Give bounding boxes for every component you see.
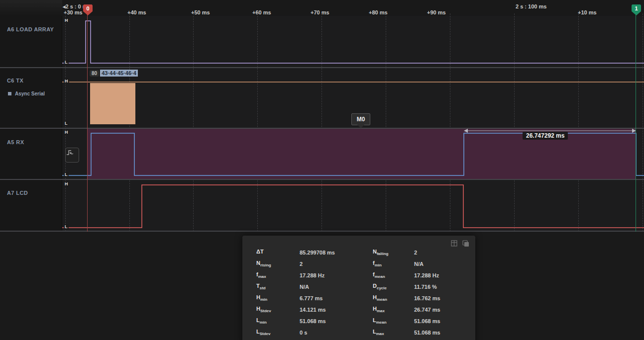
timing-marker-0-line — [87, 15, 88, 232]
timeline-segment-label: 2 s : 100 ms — [516, 3, 546, 9]
timeline-tick: +60 ms — [252, 9, 271, 15]
measurement-rows: ΔT 85.299708 ms Nfalling 2 Nrising 2 fmi… — [242, 247, 475, 338]
measurement-label: Tstd — [256, 283, 300, 290]
level-low-label: L — [64, 224, 69, 229]
measurement-value: 16.762 ms — [414, 295, 475, 301]
a6-waveform — [62, 16, 644, 67]
jump-to-edge-button[interactable] — [65, 148, 79, 163]
waveform-row-a5[interactable]: 26.747292 ms — [62, 129, 644, 179]
measurement-row: Hmin 6.777 ms Hmean 16.762 ms — [242, 292, 475, 304]
measurement-label: fmax — [256, 271, 300, 279]
measurement-row: fmax 17.288 Hz fmean 17.288 Hz — [242, 269, 475, 281]
measurement-value: N/A — [414, 261, 475, 267]
measurement-label: Nfalling — [373, 249, 414, 256]
measurement-label: ΔT — [256, 249, 300, 256]
measurement-label: Nrising — [256, 260, 300, 267]
channel-label-a7[interactable]: A7 LCD — [7, 190, 28, 196]
measurement-label: Hmax — [373, 306, 414, 313]
pulse-width-measurement: 26.747292 ms — [523, 132, 568, 140]
measurement-row: LStdev 0 s Lmax 51.068 ms — [242, 327, 475, 338]
measurement-marker-m0[interactable]: M0 — [351, 113, 370, 125]
channel-label-c6[interactable]: C6 TX — [7, 78, 23, 84]
measurement-value: 2 — [300, 261, 373, 267]
measurement-row: Nrising 2 fmin N/A — [242, 258, 475, 269]
measurement-value: 2 — [414, 250, 475, 255]
row-divider — [0, 231, 644, 232]
timeline-tick: +30 ms — [64, 9, 83, 15]
measurement-value: 14.121 ms — [300, 307, 373, 313]
row-divider — [0, 179, 644, 180]
timeline-corner — [0, 0, 62, 16]
measurement-label: Dcycle — [373, 283, 414, 290]
level-high-label: H — [64, 181, 69, 186]
measurement-value: 51.068 ms — [414, 318, 475, 324]
measurement-value: 17.288 Hz — [414, 272, 475, 278]
analyzer-swatch-icon — [8, 92, 11, 95]
analyzer-label: Async Serial — [15, 91, 45, 96]
timeline-tick: +40 ms — [127, 9, 146, 15]
copy-icon — [462, 240, 469, 247]
measurement-label: Lmin — [256, 317, 300, 325]
level-low-label: L — [64, 60, 69, 65]
analyzer-item-async-serial[interactable]: Async Serial — [8, 91, 45, 96]
measurement-row: ΔT 85.299708 ms Nfalling 2 — [242, 247, 475, 258]
serial-burst-block[interactable] — [90, 83, 135, 124]
level-low-label: L — [64, 172, 69, 177]
measurement-value: 85.299708 ms — [300, 250, 373, 255]
channel-label-a6[interactable]: A6 LOAD ARRAY — [7, 26, 54, 32]
row-divider — [0, 67, 644, 68]
measurement-value: 11.716 % — [414, 284, 475, 290]
level-low-label: L — [64, 121, 69, 126]
timeline-tick: +90 ms — [427, 9, 446, 15]
measurement-label: HStdev — [256, 306, 300, 313]
jump-to-edge-icon — [66, 148, 75, 157]
timeline-ruler[interactable]: ◂2 s : 0 ms 2 s : 100 ms +30 ms +40 ms +… — [62, 0, 644, 16]
measurement-label: Hmean — [373, 294, 414, 302]
measurement-label: Hmin — [256, 294, 300, 302]
measurement-value: 51.068 ms — [300, 318, 373, 324]
serial-bytes-value[interactable]: 43·44·45·46·4 — [100, 70, 138, 77]
measurement-value: 0 s — [300, 330, 373, 336]
measurement-label: Lmean — [373, 317, 414, 325]
timeline-tick: +80 ms — [369, 9, 388, 15]
level-high-label: H — [64, 79, 69, 84]
serial-data-annotation[interactable]: 80 43·44·45·46·4 — [90, 70, 138, 77]
timeline-tick: +10 ms — [578, 9, 597, 15]
a7-waveform — [62, 180, 644, 231]
measurement-label: fmin — [373, 260, 414, 267]
logic-analyzer-app: ◂2 s : 0 ms 2 s : 100 ms +30 ms +40 ms +… — [0, 0, 644, 340]
measurement-row: Lmin 51.068 ms Lmean 51.068 ms — [242, 315, 475, 327]
waveform-row-a6[interactable] — [62, 16, 644, 67]
measurement-value: 26.747 ms — [414, 307, 475, 313]
measurement-row: HStdev 14.121 ms Hmax 26.747 ms — [242, 304, 475, 315]
timing-marker-1-line — [636, 15, 636, 232]
channel-sidebar — [0, 0, 62, 232]
measurement-value: 51.068 ms — [414, 330, 475, 336]
measurement-value: N/A — [300, 284, 373, 290]
data-table-icon — [451, 240, 458, 247]
measurement-value: 6.777 ms — [300, 295, 373, 301]
serial-frame-badge: 80 — [90, 70, 99, 77]
measurement-row: Tstd N/A Dcycle 11.716 % — [242, 281, 475, 292]
measurement-label: Lmax — [373, 329, 414, 336]
measurement-label: fmean — [373, 271, 414, 279]
level-high-label: H — [64, 18, 69, 23]
timeline-tick: +50 ms — [191, 9, 210, 15]
measurement-value: 17.288 Hz — [300, 272, 373, 278]
timeline-tick: +70 ms — [311, 9, 329, 15]
channel-label-a5[interactable]: A5 RX — [7, 139, 24, 145]
level-high-label: H — [64, 130, 69, 135]
arrowhead-left-icon — [464, 129, 468, 133]
measurements-panel: ΔT 85.299708 ms Nfalling 2 Nrising 2 fmi… — [242, 236, 475, 340]
waveform-row-a7[interactable] — [62, 180, 644, 231]
row-divider — [0, 128, 644, 129]
measurement-label: LStdev — [256, 329, 300, 336]
